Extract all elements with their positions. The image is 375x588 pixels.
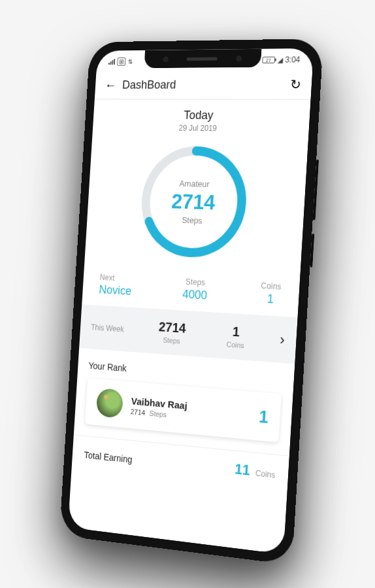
next-steps-label: Steps [183, 277, 208, 287]
data-icon: ⇅ [127, 58, 133, 65]
sim-icon: ⊞ [117, 57, 125, 65]
page-title: DashBoard [122, 78, 176, 92]
ring-steps-label: Steps [182, 215, 203, 225]
week-label: This Week [91, 322, 139, 334]
app-header: ← DashBoard ↻ [95, 71, 312, 99]
today-section: Today 29 Jul 2019 [92, 99, 310, 138]
cell-icon: ◢ [277, 55, 283, 63]
week-coins-value: 1 [206, 322, 266, 341]
earning-title: Total Earning [84, 449, 133, 464]
progress-ring: Amateur 2714 Steps [135, 142, 253, 262]
rank-section: Your Rank Vaibhav Raaj 2714 Steps 1 [74, 348, 295, 450]
battery-icon: 27 [262, 56, 275, 63]
next-label: Next [99, 273, 132, 283]
next-level-value: Novice [99, 283, 132, 298]
ring-steps-value: 2714 [171, 189, 216, 215]
ring-level-label: Amateur [179, 178, 210, 188]
next-steps-value: 4000 [182, 287, 208, 302]
signal-icon [108, 58, 115, 64]
main-content: Today 29 Jul 2019 Amateur 2714 Steps Nex… [68, 99, 311, 555]
next-coins-value: 1 [260, 292, 281, 307]
earning-value: 11 [234, 460, 250, 478]
today-label: Today [93, 108, 310, 123]
rank-position: 1 [259, 406, 269, 427]
back-arrow-icon[interactable]: ← [105, 78, 117, 91]
chevron-right-icon: › [271, 330, 285, 348]
week-steps-value: 2714 [144, 318, 201, 337]
avatar [96, 388, 123, 419]
rank-card[interactable]: Vaibhav Raaj 2714 Steps 1 [85, 378, 282, 442]
earning-unit: Coins [255, 468, 276, 480]
rank-steps-label: Steps [149, 409, 167, 418]
today-date: 29 Jul 2019 [93, 122, 310, 133]
status-time: 3:04 [285, 55, 301, 64]
next-coins-label: Coins [261, 281, 282, 291]
rank-steps-value: 2714 [131, 407, 146, 416]
refresh-icon[interactable]: ↻ [290, 76, 302, 92]
